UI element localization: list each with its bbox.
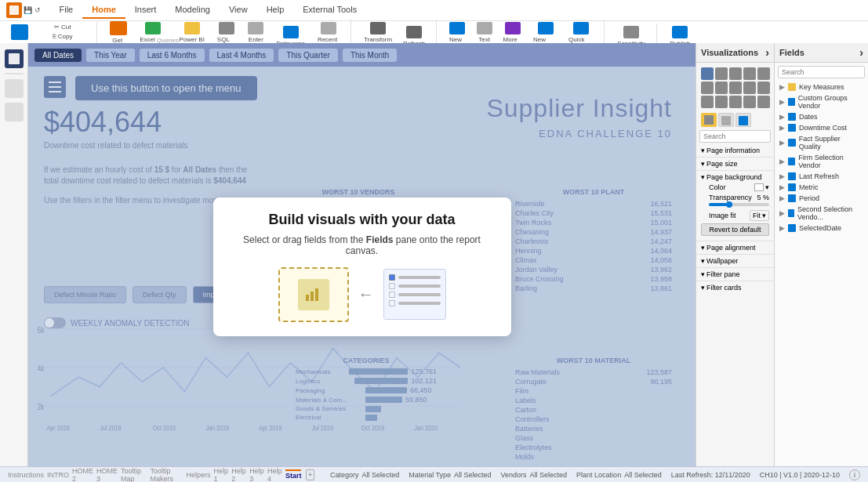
tab-insert[interactable]: Insert	[125, 2, 166, 19]
fields-panel-title: Fields	[779, 48, 804, 57]
filter-all-dates[interactable]: All Dates	[35, 49, 82, 62]
viz-icon-donut[interactable]	[715, 82, 728, 94]
fields-panel: Fields › ▶ Key Measures ▶ Custom Groups …	[774, 43, 868, 466]
fields-panel-close[interactable]: ›	[859, 46, 863, 59]
color-swatch[interactable]	[754, 183, 764, 191]
quick-access[interactable]: 💾 ↺	[24, 6, 41, 14]
viz-icon-table[interactable]	[729, 82, 742, 94]
viz-icon-card[interactable]	[757, 82, 770, 94]
vendors-status: Vendors All Selected	[501, 471, 568, 479]
page-tab-help4[interactable]: Help 4	[267, 467, 282, 483]
page-tab-tooltip-map[interactable]: Tooltip Map	[121, 467, 147, 483]
filter-cards-section[interactable]: ▾ Filter cards	[696, 281, 774, 294]
tab-home[interactable]: Home	[82, 2, 125, 19]
nav-report-btn[interactable]	[5, 49, 24, 68]
field-custom-groups[interactable]: ▶ Custom Groups Vendor	[775, 92, 868, 111]
page-tab-helpers[interactable]: Helpers	[186, 471, 210, 479]
viz-icon-bar[interactable]	[701, 67, 714, 80]
expand-chevron-7: ▶	[779, 172, 785, 180]
field-downtime-cost[interactable]: ▶ Downtime Cost	[775, 122, 868, 133]
copy-btn[interactable]: ⎘ Copy	[35, 32, 90, 41]
page-tab-start[interactable]: Start	[285, 469, 302, 480]
viz-panel-header: Visualizations ›	[696, 43, 774, 63]
fields-search-input[interactable]	[778, 66, 865, 78]
page-tab-home2[interactable]: HOME 2	[72, 467, 93, 483]
viz-icon-funnel[interactable]	[743, 96, 756, 108]
page-size-expand[interactable]: ▾ Page size	[701, 160, 769, 168]
info-icon[interactable]: i	[849, 469, 860, 480]
nav-data-btn[interactable]	[5, 79, 24, 98]
nav-model-btn[interactable]	[5, 103, 24, 121]
tab-view[interactable]: View	[220, 2, 257, 19]
viz-icon-area[interactable]	[729, 67, 742, 80]
transparency-slider[interactable]	[709, 203, 769, 206]
viz-panel-title: Visualizations	[701, 48, 758, 57]
viz-search-section	[696, 129, 774, 144]
filter-last-4[interactable]: Last 4 Months	[209, 49, 274, 62]
viz-icon-more[interactable]	[757, 96, 770, 108]
format-fields-btn[interactable]	[701, 113, 717, 127]
format-paint-btn[interactable]	[718, 113, 734, 127]
field-icon-5	[788, 139, 796, 147]
cut-btn[interactable]: ✂ Cut	[35, 23, 90, 31]
field-firm-selection[interactable]: ▶ Firm Selection Vendor	[775, 152, 868, 171]
page-tab-instructions[interactable]: Instructions	[8, 471, 44, 479]
field-line-3	[398, 293, 441, 296]
viz-icon-gauge[interactable]	[729, 96, 742, 108]
tab-modeling[interactable]: Modeling	[165, 2, 220, 19]
viz-icon-pie[interactable]	[757, 67, 770, 80]
page-alignment-section[interactable]: ▾ Page alignment	[696, 241, 774, 255]
image-fit-row: Image fit Fit ▾	[701, 208, 769, 221]
field-second-selection[interactable]: ▶ Second Selection Vendo...	[775, 204, 868, 223]
filter-last-6[interactable]: Last 6 Months	[140, 49, 205, 62]
viz-icon-matrix[interactable]	[743, 82, 756, 94]
filter-this-month[interactable]: This Month	[343, 49, 397, 62]
field-selected-date[interactable]: ▶ SelectedDate	[775, 223, 868, 234]
viz-properties: ▾ Page information ▾ Page size ▾ Page ba…	[696, 144, 774, 466]
image-fit-select[interactable]: Fit ▾	[750, 210, 769, 221]
field-dates[interactable]: ▶ Dates	[775, 111, 868, 122]
viz-panel-close[interactable]: ›	[765, 46, 769, 59]
page-info-expand[interactable]: ▾ Page information	[701, 147, 769, 154]
page-size-chevron: ▾	[701, 160, 705, 168]
check-icon-4	[389, 300, 395, 306]
viz-icon-line[interactable]	[715, 67, 728, 80]
page-tab-help1[interactable]: Help 1	[213, 467, 228, 483]
field-label-2: Custom Groups Vendor	[798, 94, 863, 110]
field-metric[interactable]: ▶ Metric	[775, 182, 868, 193]
viz-icon-scatter[interactable]	[743, 67, 756, 80]
filter-this-quarter[interactable]: This Quarter	[278, 49, 338, 62]
page-tab-home3[interactable]: HOME 3	[96, 467, 118, 483]
filter-pane-section[interactable]: ▾ Filter pane	[696, 268, 774, 281]
page-tab-help2[interactable]: Help 2	[231, 467, 246, 483]
wallpaper-section[interactable]: ▾ Wallpaper	[696, 255, 774, 268]
color-row: Color ▾	[701, 181, 769, 191]
color-control[interactable]: ▾	[754, 183, 769, 191]
field-period[interactable]: ▶ Period	[775, 193, 868, 204]
field-last-refresh[interactable]: ▶ Last Refresh	[775, 171, 868, 182]
viz-icon-map[interactable]	[701, 82, 714, 94]
page-tab-help3[interactable]: Help 3	[249, 467, 264, 483]
format-analytics-btn[interactable]	[735, 113, 751, 127]
expand-chevron-9: ▶	[779, 194, 785, 202]
page-tab-tooltip-makers[interactable]: Tooltip Makers	[150, 467, 183, 483]
tab-external-tools[interactable]: External Tools	[293, 2, 366, 19]
field-key-measures[interactable]: ▶ Key Measures	[775, 82, 868, 92]
page-size-section: ▾ Page size	[696, 158, 774, 171]
tab-help[interactable]: Help	[257, 2, 294, 19]
left-nav	[0, 43, 28, 466]
wallpaper-label: Wallpaper	[706, 257, 738, 265]
viz-icon-slicer[interactable]	[715, 96, 728, 108]
revert-btn[interactable]: Revert to default	[701, 223, 769, 236]
viz-icons-grid	[699, 66, 771, 110]
add-page-btn[interactable]: +	[306, 469, 314, 480]
page-bg-expand[interactable]: ▾ Page background	[701, 173, 769, 181]
viz-search-input[interactable]	[699, 130, 771, 143]
tab-file[interactable]: File	[50, 2, 83, 19]
field-icon-7	[788, 172, 796, 180]
page-tab-intro[interactable]: INTRO	[47, 471, 69, 479]
transparency-label-row: Transparency 5 %	[709, 194, 769, 201]
filter-this-year[interactable]: This Year	[86, 49, 135, 62]
viz-icon-kpi[interactable]	[701, 96, 714, 108]
field-fact-supplier[interactable]: ▶ Fact Supplier Quality	[775, 133, 868, 152]
